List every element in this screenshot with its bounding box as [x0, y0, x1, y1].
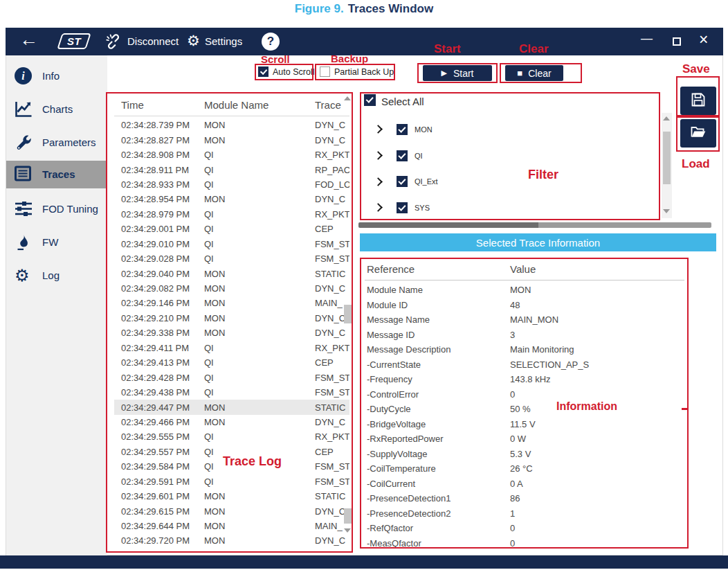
trace-log-row[interactable]: 02:34:28.739 PM MON DYN_C [114, 118, 349, 132]
column-header-time[interactable]: Time [121, 99, 204, 111]
trace-log-row[interactable]: 02:34:29.411 PM QI RX_PKT [114, 341, 349, 355]
horizontal-scrollbar-track[interactable] [538, 222, 711, 228]
trace-log-row[interactable]: 02:34:29.001 PM QI CEP [114, 222, 349, 236]
info-row[interactable]: -CoilTemperature 26 °C [367, 461, 682, 477]
info-row[interactable]: -Frequency 143.8 kHz [367, 372, 682, 387]
trace-log-row[interactable]: 02:34:29.010 PM QI FSM_ST [114, 237, 349, 251]
trace-scroll-up-icon[interactable] [344, 96, 351, 100]
trace-log-row[interactable]: 02:34:28.933 PM QI FOD_LO [114, 177, 349, 192]
disconnect-broken-link-icon[interactable] [105, 33, 122, 53]
info-reference: Module ID [367, 300, 510, 310]
chevron-right-icon[interactable] [374, 151, 383, 160]
info-row[interactable]: Message Description Main Monitoring [367, 342, 682, 357]
info-row[interactable]: Module ID 48 [367, 298, 682, 313]
filter-item-checkbox[interactable] [397, 150, 408, 161]
settings-gear-icon[interactable]: ⚙ [187, 32, 200, 50]
trace-log-row[interactable]: 02:34:29.557 PM QI CEP [114, 445, 349, 459]
help-icon[interactable]: ? [262, 33, 280, 51]
trace-log-row[interactable]: 02:34:29.555 PM QI RX_PKT [114, 429, 349, 444]
trace-log-row[interactable]: 02:34:28.954 PM MON DYN_C [114, 192, 349, 206]
info-row[interactable]: Message Name MAIN_MON [367, 312, 682, 328]
info-reference: -ControlError [367, 389, 510, 400]
minimize-button[interactable]: — [641, 32, 653, 46]
filter-tree-item[interactable]: QI_Ext [372, 168, 566, 195]
trace-scroll-down-icon[interactable] [344, 528, 351, 533]
trace-log-row[interactable]: 02:34:28.827 PM MON DYN_C [114, 132, 349, 147]
filter-tree-item[interactable]: MON [372, 116, 566, 143]
info-row[interactable]: -RefQfactor 0 [367, 521, 682, 536]
partial-backup-checkbox[interactable] [320, 66, 330, 77]
back-arrow-icon[interactable]: ← [19, 29, 38, 51]
filter-item-checkbox[interactable] [397, 176, 408, 187]
sidebar-item-fw[interactable]: FW [6, 229, 107, 256]
clear-button[interactable]: ■ Clear [505, 65, 563, 81]
horizontal-scrollbar-thumb[interactable] [358, 222, 538, 228]
sidebar-item-fod-tuning[interactable]: FOD Tuning [6, 195, 107, 223]
trace-log-row[interactable]: 02:34:29.584 PM QI FSM_ST [114, 459, 349, 474]
disconnect-button[interactable]: Disconnect [127, 35, 179, 47]
trace-log-row[interactable]: 02:34:28.911 PM QI RP_PAC [114, 162, 349, 177]
settings-button[interactable]: Settings [205, 35, 242, 47]
sidebar-item-traces[interactable]: Traces [6, 161, 107, 188]
filter-scroll-up-icon[interactable] [663, 116, 670, 121]
sliders-icon [15, 200, 33, 218]
info-row[interactable]: -CurrentState SELECTION_AP_S [367, 357, 682, 373]
column-header-module-name[interactable]: Module Name [204, 99, 315, 111]
trace-log-row[interactable]: 02:34:29.644 PM MON MAIN_ [114, 519, 349, 533]
maximize-button[interactable] [673, 37, 681, 46]
close-button[interactable]: × [699, 30, 708, 49]
info-row[interactable]: -MeasQfactor 0 [367, 536, 682, 549]
info-row[interactable]: -BridgeVoltage 11.5 V [367, 417, 682, 432]
start-button[interactable]: ▶ Start [423, 65, 492, 81]
filter-item-checkbox[interactable] [397, 124, 408, 135]
filter-tree-item[interactable]: SYS [372, 195, 566, 221]
trace-log-row[interactable]: 02:34:29.040 PM MON STATIC [114, 266, 349, 280]
filter-item-checkbox[interactable] [397, 202, 408, 213]
trace-log-row[interactable]: 02:34:29.591 PM QI FSM_ST [114, 474, 349, 489]
save-button[interactable] [680, 87, 716, 115]
column-header-value[interactable]: Value [510, 263, 685, 278]
info-row[interactable]: -RxReportedPower 0 W [367, 431, 682, 447]
sidebar-item-info[interactable]: i Info [6, 62, 107, 90]
column-header-trace[interactable]: Trace [315, 99, 349, 111]
filter-tree-item[interactable]: QI [372, 143, 566, 169]
info-row[interactable]: -ControlError 0 [367, 387, 682, 402]
trace-log-row[interactable]: 02:34:29.428 PM QI FSM_ST [114, 370, 349, 384]
select-all-checkbox[interactable] [364, 94, 376, 106]
trace-log-row[interactable]: 02:34:29.028 PM QI FSM_ST [114, 251, 349, 266]
trace-scrollbar-thumb2[interactable] [344, 508, 352, 524]
trace-log-row[interactable]: 02:34:29.413 PM QI CEP [114, 355, 349, 370]
info-row[interactable]: Message ID 3 [367, 328, 682, 343]
chevron-right-icon[interactable] [374, 204, 383, 213]
trace-log-row[interactable]: 02:34:29.082 PM MON DYN_C [114, 281, 349, 296]
filter-scroll-down-icon[interactable] [663, 209, 670, 213]
trace-module: QI [204, 150, 315, 160]
trace-log-row[interactable]: 02:34:29.338 PM MON DYN_C [114, 326, 349, 340]
trace-log-row[interactable]: 02:34:29.447 PM MON STATIC [114, 400, 349, 414]
sidebar-item-charts[interactable]: Charts [6, 96, 107, 123]
load-button[interactable] [680, 119, 716, 148]
trace-log-row[interactable]: 02:34:29.466 PM MON DYN_C [114, 415, 349, 429]
info-row[interactable]: -PresenceDetection1 86 [367, 491, 682, 506]
info-row[interactable]: -PresenceDetection2 1 [367, 506, 682, 522]
trace-log-row[interactable]: 02:34:29.146 PM MON MAIN_ [114, 296, 349, 310]
column-header-reference[interactable]: Reference [367, 263, 510, 278]
trace-log-row[interactable]: 02:34:29.720 PM MON DYN_C [114, 533, 349, 548]
trace-log-row[interactable]: 02:34:29.601 PM MON STATIC [114, 489, 349, 504]
auto-scroll-checkbox[interactable] [258, 66, 269, 77]
sidebar-item-parameters[interactable]: Parameters [6, 129, 107, 157]
trace-log-row[interactable]: 02:34:28.979 PM QI RX_PKT [114, 207, 349, 222]
info-row[interactable]: -DutyCycle 50 % [367, 402, 682, 417]
sidebar-item-log[interactable]: ⚙ Log [6, 262, 107, 290]
info-row[interactable]: -CoilCurrent 0 A [367, 477, 682, 492]
trace-log-row[interactable]: 02:34:28.908 PM QI RX_PKT [114, 148, 349, 162]
info-row[interactable]: -SupplyVoltage 5.3 V [367, 447, 682, 462]
trace-log-row[interactable]: 02:34:29.438 PM QI FSM_ST [114, 385, 349, 400]
trace-scrollbar-thumb[interactable] [344, 305, 352, 323]
trace-log-row[interactable]: 02:34:29.210 PM MON DYN_C [114, 311, 349, 326]
chevron-right-icon[interactable] [374, 125, 383, 134]
trace-log-row[interactable]: 02:34:29.615 PM MON DYN_C [114, 504, 349, 518]
chevron-right-icon[interactable] [374, 177, 383, 186]
info-row[interactable]: Module Name MON [367, 283, 682, 298]
filter-scrollbar-thumb[interactable] [663, 132, 671, 184]
